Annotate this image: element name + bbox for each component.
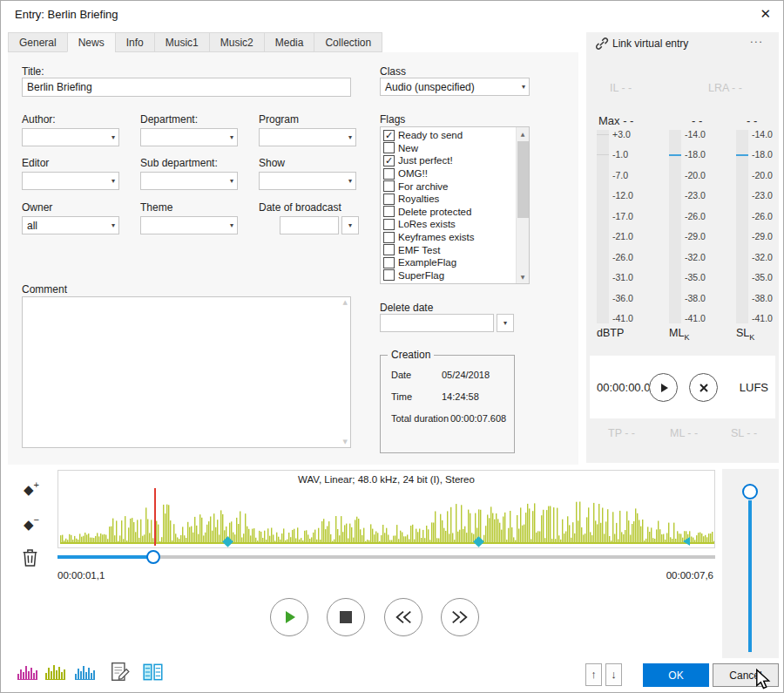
- flags-scrollbar[interactable]: ▲ ▼: [516, 127, 529, 283]
- flag-item[interactable]: For archive: [381, 180, 529, 193]
- edit-entry-button[interactable]: [111, 662, 133, 684]
- dual-view-button[interactable]: [142, 662, 165, 684]
- date-of-broadcast-input[interactable]: [280, 216, 339, 234]
- flag-checkbox[interactable]: [383, 269, 395, 281]
- flag-item[interactable]: EMF Test: [381, 243, 529, 256]
- delete-markers-button[interactable]: [22, 548, 43, 569]
- flag-item[interactable]: New: [381, 142, 529, 155]
- more-options-icon[interactable]: ...: [750, 32, 763, 45]
- creation-group: Creation Date 05/24/2018 Time 14:24:58 T…: [380, 355, 515, 453]
- flag-item[interactable]: Royalties: [381, 193, 529, 206]
- flag-checkbox[interactable]: ✓: [383, 130, 395, 141]
- theme-combobox[interactable]: ▾: [140, 216, 238, 234]
- slider-thumb[interactable]: [146, 550, 160, 564]
- scroll-down-icon[interactable]: ▼: [517, 270, 529, 283]
- waveform-blue-button[interactable]: [74, 662, 97, 684]
- delete-date-input[interactable]: [380, 314, 494, 332]
- tab-music2[interactable]: Music2: [209, 32, 264, 52]
- waveform-display[interactable]: WAV, Linear; 48.0 kHz, 24 bit (I), Stere…: [57, 470, 715, 548]
- ok-button[interactable]: OK: [643, 663, 709, 687]
- playhead-cursor[interactable]: [154, 488, 156, 546]
- stop-button[interactable]: [327, 598, 365, 636]
- waveform-green-button[interactable]: [44, 662, 67, 684]
- rewind-button[interactable]: [384, 598, 422, 636]
- flag-checkbox[interactable]: [383, 180, 395, 192]
- flag-checkbox[interactable]: [383, 168, 395, 180]
- flag-item[interactable]: ExampleFlag: [381, 256, 529, 269]
- flag-item[interactable]: ✓Just perfect!: [381, 154, 529, 167]
- flag-checkbox[interactable]: ✓: [383, 155, 395, 166]
- meter-tick-label: -29.0: [752, 232, 773, 241]
- waveform-magenta-button[interactable]: [17, 662, 39, 684]
- department-combobox[interactable]: ▾: [140, 128, 238, 146]
- scroll-down-icon[interactable]: ▼: [343, 438, 348, 445]
- sub-department-combobox[interactable]: ▾: [140, 172, 238, 190]
- flag-checkbox[interactable]: [383, 194, 395, 205]
- flag-checkbox[interactable]: [383, 206, 395, 217]
- volume-slider-thumb[interactable]: [742, 484, 758, 499]
- flag-item[interactable]: SuperFlag: [381, 269, 529, 282]
- meter-tick-label: -20.0: [752, 171, 773, 180]
- remove-marker-button[interactable]: ◆−: [24, 517, 44, 538]
- window-title: Entry: Berlin Briefing: [15, 8, 118, 21]
- flag-checkbox[interactable]: [383, 257, 395, 268]
- theme-label: Theme: [140, 201, 172, 214]
- flag-item[interactable]: Delete protected: [381, 206, 529, 219]
- scrollbar-thumb[interactable]: [517, 141, 529, 218]
- close-icon[interactable]: ✕: [760, 6, 771, 22]
- play-button[interactable]: [270, 598, 308, 636]
- title-input[interactable]: Berlin Briefing: [22, 78, 351, 97]
- tab-news[interactable]: News: [67, 32, 115, 52]
- move-down-button[interactable]: ↓: [605, 663, 622, 686]
- flag-label: Royalties: [398, 194, 439, 204]
- tab-media[interactable]: Media: [264, 32, 314, 52]
- author-combobox[interactable]: ▾: [22, 128, 119, 146]
- flag-checkbox[interactable]: [383, 142, 395, 153]
- current-time: 00:00:01,1: [57, 570, 105, 581]
- loudness-cancel-button[interactable]: [689, 373, 718, 402]
- meter-tick-label: -26.0: [612, 253, 633, 262]
- creation-date-label: Date: [391, 370, 411, 380]
- scroll-up-icon[interactable]: ▲: [343, 299, 348, 306]
- flag-checkbox[interactable]: [383, 232, 395, 243]
- flag-checkbox[interactable]: [383, 244, 395, 255]
- loudness-play-button[interactable]: [649, 373, 678, 402]
- flag-item[interactable]: ✓Ready to send: [381, 129, 529, 142]
- program-combobox[interactable]: ▾: [259, 128, 356, 146]
- cancel-button[interactable]: Cancel: [713, 663, 779, 687]
- tab-collection[interactable]: Collection: [314, 32, 382, 52]
- creation-date-value: 05/24/2018: [442, 370, 490, 380]
- max-value: Max - -: [598, 114, 633, 127]
- flag-checkbox[interactable]: [383, 219, 395, 230]
- mlk-meter-bar: [669, 130, 681, 323]
- flag-item[interactable]: Keyframes exists: [381, 231, 529, 244]
- meter-segment-line: [597, 134, 609, 135]
- meter-tick-label: -36.0: [612, 294, 633, 303]
- scroll-up-icon[interactable]: ▲: [517, 127, 529, 140]
- tab-music1[interactable]: Music1: [154, 32, 209, 52]
- show-combobox[interactable]: ▾: [259, 172, 356, 190]
- end-marker-triangle[interactable]: [683, 537, 690, 546]
- volume-slider-track[interactable]: [748, 500, 752, 652]
- editor-combobox[interactable]: ▾: [22, 172, 119, 190]
- class-combobox[interactable]: Audio (unspecified)▾: [380, 78, 530, 96]
- position-slider[interactable]: [57, 549, 715, 565]
- chevron-down-icon: ▾: [348, 133, 352, 141]
- owner-combobox[interactable]: all▾: [22, 216, 119, 234]
- add-marker-button[interactable]: ◆+: [24, 482, 44, 503]
- comment-textarea[interactable]: ▲ ▼: [22, 296, 351, 448]
- dbtp-meter-bar: [597, 130, 609, 323]
- meter-tick-label: -12.0: [612, 191, 633, 200]
- date-of-broadcast-dropdown-button[interactable]: ▾: [341, 216, 359, 234]
- delete-date-dropdown-button[interactable]: ▾: [497, 314, 514, 332]
- flag-item[interactable]: LoRes exists: [381, 218, 529, 231]
- forward-button[interactable]: [441, 598, 479, 636]
- meter-tick-label: -29.0: [685, 232, 706, 241]
- meter-tick-label: -41.0: [612, 314, 633, 323]
- meter-tick-label: -32.0: [685, 253, 706, 262]
- tab-info[interactable]: Info: [115, 32, 154, 52]
- move-up-button[interactable]: ↑: [585, 663, 602, 686]
- flag-item[interactable]: OMG!!: [381, 167, 529, 180]
- tab-general[interactable]: General: [8, 32, 67, 52]
- entry-dialog: Entry: Berlin Briefing ✕ GeneralNewsInfo…: [0, 0, 784, 693]
